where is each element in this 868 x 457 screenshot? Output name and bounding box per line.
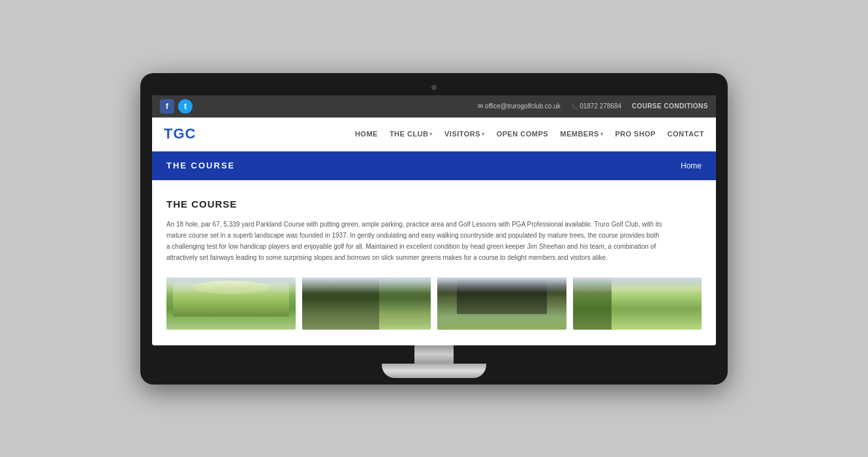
sky-overlay <box>573 277 702 293</box>
hero-banner: THE COURSE Home <box>152 151 716 180</box>
facebook-icon[interactable]: f <box>160 99 174 114</box>
monitor-stand-neck <box>414 345 454 364</box>
section-description: An 18 hole, par 67, 5,339 yard Parkland … <box>166 219 662 263</box>
social-icons: f t <box>160 99 193 114</box>
sky-overlay <box>166 277 296 293</box>
course-image-2[interactable] <box>302 277 431 330</box>
phone-link[interactable]: 01872 278684 <box>571 102 621 110</box>
monitor-screen: f t office@trurogolfclub.co.uk 01872 278… <box>152 95 716 345</box>
chevron-down-icon: ▾ <box>600 131 604 137</box>
monitor-camera <box>431 85 437 90</box>
monitor-outer: f t office@trurogolfclub.co.uk 01872 278… <box>140 73 728 385</box>
nav-contact[interactable]: CONTACT <box>668 130 704 138</box>
content-area: THE COURSE An 18 hole, par 67, 5,339 yar… <box>152 180 716 345</box>
hero-title: THE COURSE <box>166 161 235 170</box>
monitor-stand-container <box>152 345 716 385</box>
top-bar: f t office@trurogolfclub.co.uk 01872 278… <box>152 95 716 118</box>
nav-links: HOME THE CLUB▾ VISITORS▾ OPEN COMPS MEMB… <box>355 130 704 138</box>
email-link[interactable]: office@trurogolfclub.co.uk <box>478 102 560 110</box>
breadcrumb[interactable]: Home <box>681 161 702 170</box>
nav-open-comps[interactable]: OPEN COMPS <box>497 130 549 138</box>
images-row <box>166 277 702 335</box>
nav-the-club[interactable]: THE CLUB▾ <box>390 130 433 138</box>
logo[interactable]: TGC <box>164 125 196 142</box>
chevron-down-icon: ▾ <box>482 131 485 137</box>
top-bar-right: office@trurogolfclub.co.uk 01872 278684 … <box>478 102 708 110</box>
nav-pro-shop[interactable]: PRO SHOP <box>615 130 655 138</box>
section-title: THE COURSE <box>166 198 702 210</box>
chevron-down-icon: ▾ <box>429 131 433 137</box>
nav-home[interactable]: HOME <box>355 130 378 138</box>
course-image-4[interactable] <box>573 277 702 330</box>
nav-visitors[interactable]: VISITORS▾ <box>444 130 485 138</box>
sky-overlay <box>302 277 431 293</box>
monitor-stand-base <box>382 364 486 378</box>
sky-overlay <box>437 277 566 293</box>
twitter-icon[interactable]: t <box>178 99 193 114</box>
course-image-1[interactable] <box>166 277 296 330</box>
nav-bar: TGC HOME THE CLUB▾ VISITORS▾ OPEN COMPS … <box>152 118 716 151</box>
course-image-3[interactable] <box>437 277 566 330</box>
nav-members[interactable]: MEMBERS▾ <box>560 130 603 138</box>
course-conditions-link[interactable]: COURSE CONDITIONS <box>632 102 708 110</box>
